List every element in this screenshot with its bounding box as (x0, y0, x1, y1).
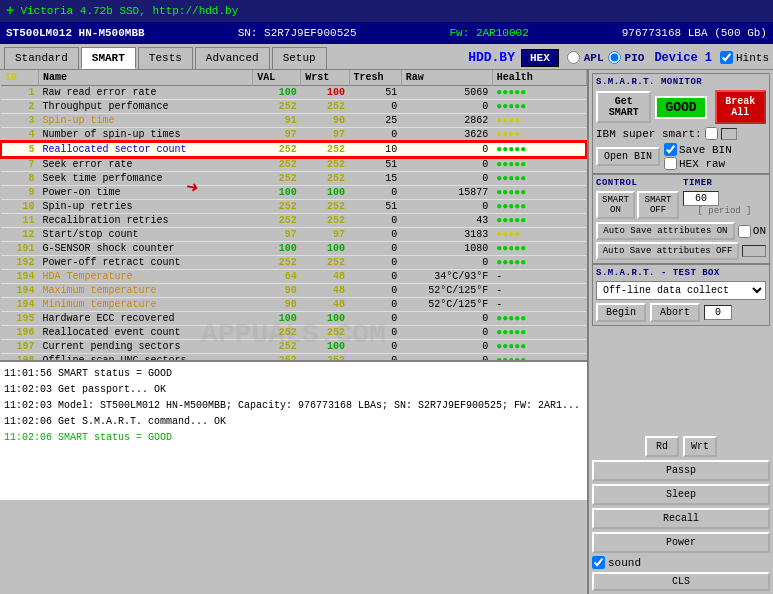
cell-id: 2 (1, 100, 38, 114)
toggle-box[interactable] (742, 245, 766, 257)
cell-name: HDA Temperature (38, 270, 252, 284)
hddby-link[interactable]: HDD.BY (468, 50, 515, 65)
tab-bar: Standard SMART Tests Advanced Setup HDD.… (0, 44, 773, 70)
tab-tests[interactable]: Tests (138, 47, 193, 69)
table-row[interactable]: 194 Minimum temperature 90 48 0 52°C/125… (1, 298, 586, 312)
cell-val: 252 (253, 100, 301, 114)
test-box-title: S.M.A.R.T. - TEST BOX (596, 268, 766, 278)
passp-button[interactable]: Passp (592, 460, 770, 481)
cell-name: Maximum temperature (38, 284, 252, 298)
sleep-button[interactable]: Sleep (592, 484, 770, 505)
table-row[interactable]: 5 Reallocated sector count 252 252 10 0 … (1, 142, 586, 157)
cell-val: 252 (253, 256, 301, 270)
test-dropdown[interactable]: Off-line data collect (596, 281, 766, 300)
cell-id: 3 (1, 114, 38, 128)
api-radio[interactable] (567, 51, 580, 64)
cell-raw: 0 (401, 100, 492, 114)
ibm-checkbox[interactable] (705, 127, 718, 140)
table-row[interactable]: 191 G-SENSOR shock counter 100 100 0 108… (1, 242, 586, 256)
app-icon: + (6, 3, 14, 19)
cell-val: 252 (253, 214, 301, 228)
table-row[interactable]: 4 Number of spin-up times 97 97 0 3626 ●… (1, 128, 586, 143)
table-row[interactable]: 7 Seek error rate 252 252 51 0 ●●●●● (1, 157, 586, 172)
cls-button[interactable]: CLS (592, 572, 770, 591)
cell-name: Throughput perfomance (38, 100, 252, 114)
save-bin-checkbox[interactable] (664, 143, 677, 156)
auto-save-on-button[interactable]: Auto Save attributes ON (596, 222, 735, 240)
tab-standard[interactable]: Standard (4, 47, 79, 69)
table-row[interactable]: 12 Start/stop count 97 97 0 3183 ●●●● (1, 228, 586, 242)
save-bin-label[interactable]: Save BIN (664, 143, 732, 156)
table-row[interactable]: 1 Raw read error rate 100 100 51 5069 ●●… (1, 86, 586, 100)
table-row[interactable]: 11 Recalibration retries 252 252 0 43 ●●… (1, 214, 586, 228)
log-entry: 11:02:06 Get S.M.A.R.T. command... OK (4, 414, 583, 430)
table-row[interactable]: 192 Power-off retract count 252 252 0 0 … (1, 256, 586, 270)
wrt-button[interactable]: Wrt (683, 436, 717, 457)
cell-id: 194 (1, 270, 38, 284)
hints-checkbox[interactable] (720, 51, 733, 64)
table-row[interactable]: 197 Current pending sectors 252 100 0 0 … (1, 340, 586, 354)
table-row[interactable]: 194 HDA Temperature 64 48 0 34°C/93°F - (1, 270, 586, 284)
on-checkbox[interactable] (738, 225, 751, 238)
pio-radio[interactable] (608, 51, 621, 64)
table-row[interactable]: 8 Seek time perfomance 252 252 15 0 ●●●●… (1, 172, 586, 186)
table-row[interactable]: 9 Power-on time 100 100 0 15877 ●●●●● (1, 186, 586, 200)
cell-val: 100 (253, 186, 301, 200)
cell-health: ●●●●● (492, 100, 586, 114)
info-bar: ST500LM012 HN-M500MBB SN: S2R7J9EF900525… (0, 22, 773, 44)
cell-val: 252 (253, 172, 301, 186)
table-row[interactable]: 196 Reallocated event count 252 252 0 0 … (1, 326, 586, 340)
sound-checkbox[interactable] (592, 556, 605, 569)
log-entry: 11:01:56 SMART status = GOOD (4, 366, 583, 382)
table-row[interactable]: 195 Hardware ECC recovered 100 100 0 0 ●… (1, 312, 586, 326)
tab-setup[interactable]: Setup (272, 47, 327, 69)
break-all-button[interactable]: Break All (715, 90, 766, 124)
sound-label: sound (608, 557, 641, 569)
cell-val: 100 (253, 86, 301, 100)
tab-smart[interactable]: SMART (81, 47, 136, 69)
cell-wrst: 252 (301, 142, 349, 157)
cell-tresh: 0 (349, 128, 401, 143)
cell-wrst: 100 (301, 312, 349, 326)
cell-val: 252 (253, 157, 301, 172)
ibm-toggle[interactable] (721, 128, 737, 140)
table-row[interactable]: 3 Spin-up time 91 90 25 2862 ●●●● (1, 114, 586, 128)
table-row[interactable]: 194 Maximum temperature 90 48 0 52°C/125… (1, 284, 586, 298)
table-row[interactable]: 10 Spin-up retries 252 252 51 0 ●●●●● (1, 200, 586, 214)
control-title: CONTROL (596, 178, 679, 188)
table-row[interactable]: 2 Throughput perfomance 252 252 0 0 ●●●●… (1, 100, 586, 114)
control-timer-section: CONTROL SMART ON SMART OFF TIMER [ perio… (592, 174, 770, 264)
begin-button[interactable]: Begin (596, 303, 646, 322)
rd-button[interactable]: Rd (645, 436, 679, 457)
cell-val: 97 (253, 228, 301, 242)
header-wrst: Wrst (301, 70, 349, 86)
smart-table-container[interactable]: ID Name VAL Wrst Tresh Raw Health 1 Raw … (0, 70, 587, 360)
get-smart-button[interactable]: Get SMART (596, 91, 651, 123)
auto-save-off-button[interactable]: Auto Save attributes OFF (596, 242, 739, 260)
log-area[interactable]: 11:01:56 SMART status = GOOD11:02:03 Get… (0, 360, 587, 500)
hex-raw-label[interactable]: HEX raw (664, 157, 732, 170)
abort-button[interactable]: Abort (650, 303, 700, 322)
smart-on-button[interactable]: SMART ON (596, 191, 635, 219)
cell-health: - (492, 284, 586, 298)
cell-id: 195 (1, 312, 38, 326)
cell-tresh: 0 (349, 214, 401, 228)
cell-id: 10 (1, 200, 38, 214)
power-button[interactable]: Power (592, 532, 770, 553)
tab-advanced[interactable]: Advanced (195, 47, 270, 69)
cell-id: 11 (1, 214, 38, 228)
recall-button[interactable]: Recall (592, 508, 770, 529)
smart-off-button[interactable]: SMART OFF (637, 191, 679, 219)
progress-input[interactable] (704, 305, 732, 320)
hex-button[interactable]: HEX (521, 49, 559, 67)
cell-name: Minimum temperature (38, 298, 252, 312)
cell-raw: 52°C/125°F (401, 284, 492, 298)
hex-raw-checkbox[interactable] (664, 157, 677, 170)
cell-health: ●●●●● (492, 256, 586, 270)
open-bin-row: Open BIN Save BIN HEX raw (596, 143, 766, 170)
cell-tresh: 0 (349, 298, 401, 312)
open-bin-button[interactable]: Open BIN (596, 147, 660, 166)
cell-id: 5 (1, 142, 38, 157)
cell-raw: 0 (401, 172, 492, 186)
timer-input[interactable] (683, 191, 719, 206)
